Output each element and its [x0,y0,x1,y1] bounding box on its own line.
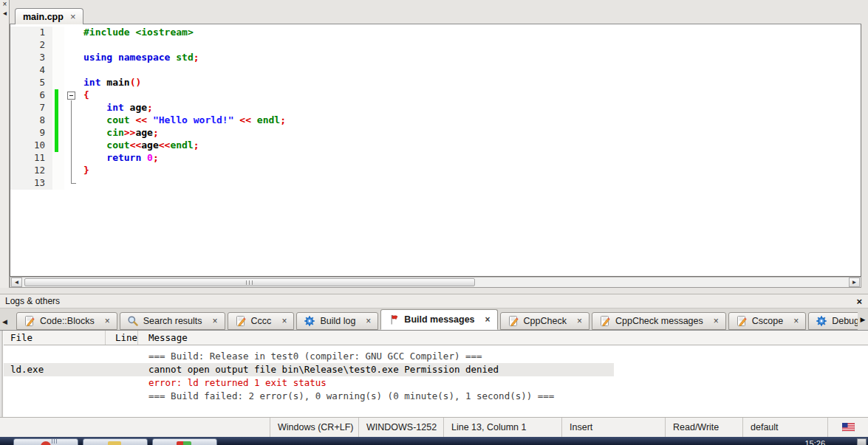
code-token: cout [106,139,129,151]
tab-label: Search results [143,316,202,326]
column-header-file[interactable]: File [4,331,106,345]
panel-close-icon[interactable]: × [0,0,10,9]
show-desktop-button[interactable] [857,438,867,445]
fold-margin[interactable] [64,64,82,77]
gear-icon [816,315,827,327]
logs-tab-cppcheck[interactable]: CppCheck× [500,312,590,330]
code-line[interactable]: cout << "Hello world!" << endl; [82,114,286,127]
logs-tab-cccc[interactable]: Cccc× [228,312,295,330]
fold-margin[interactable] [64,39,82,52]
tab-label: CppCheck messages [615,316,703,326]
taskbar-button[interactable] [83,438,148,445]
build-message-row[interactable]: error: ld returned 1 exit status [4,376,868,390]
code-token: << [239,114,251,125]
fold-line [71,102,72,114]
fold-margin[interactable] [64,52,82,64]
logs-close-icon[interactable]: × [856,296,862,307]
collapsed-management-panel-edge[interactable]: × ◂ [0,0,10,288]
cell-file: ld.exe [4,363,106,376]
column-header-line[interactable]: Line [106,331,138,345]
close-icon[interactable]: × [105,316,110,326]
close-icon[interactable]: × [485,314,491,325]
close-icon[interactable]: × [793,316,799,326]
fold-margin[interactable] [64,114,82,127]
fold-margin[interactable] [64,27,82,39]
fold-margin[interactable] [64,102,82,114]
taskbar-clock[interactable]: 15:26 [804,439,825,445]
logs-tab-search-results[interactable]: Search results× [120,312,225,330]
scrollbar-thumb[interactable] [24,278,475,286]
code-line[interactable]: cout<<age<<endl; [82,139,199,152]
build-message-row[interactable]: === Build failed: 2 error(s), 0 warning(… [4,390,868,403]
column-header-message[interactable]: Message [138,331,868,345]
us-flag-icon[interactable] [827,418,868,437]
flag-icon [388,314,400,325]
fold-margin[interactable] [64,152,82,165]
close-icon[interactable]: × [577,316,582,326]
code-token [83,102,106,113]
fold-margin[interactable] [64,127,82,139]
fold-margin[interactable] [64,77,82,89]
close-icon[interactable]: × [714,316,719,326]
tabs-scroll-right-icon[interactable]: ▶ [858,308,868,330]
close-icon[interactable]: × [70,12,76,21]
logs-tab-cscope[interactable]: Cscope× [728,312,806,330]
code-token: endl [170,139,193,151]
build-message-row[interactable]: === Build: Release in test0 (compiler: G… [4,350,868,363]
code-token [83,139,106,151]
logs-tab-debugger[interactable]: Debugger× [808,312,858,330]
code-line[interactable] [82,177,83,190]
close-icon[interactable]: × [213,316,218,326]
code-token: << [130,139,142,151]
tab-label: main.cpp [23,12,64,22]
code-token: return [106,152,141,163]
status-field-6: default [742,418,827,437]
logs-tab-build-log[interactable]: Build log× [296,312,378,330]
tab-main-cpp[interactable]: main.cpp × [15,8,83,24]
windows-taskbar: 15:26 [0,437,868,445]
code-line[interactable] [82,39,83,52]
code-line[interactable]: int main() [82,77,141,89]
build-message-row[interactable]: ld.execannot open output file bin\Releas… [4,363,868,376]
logs-tab-build-messages[interactable]: Build messages× [380,309,497,330]
taskbar-button[interactable] [13,438,78,445]
logs-tab-code-blocks[interactable]: Code::Blocks× [16,312,117,330]
scroll-left-icon[interactable]: ◄ [11,277,22,287]
code-editor[interactable]: 1#include <iostream>23using namespace st… [10,24,861,277]
scrollbar-grip-icon [246,280,253,285]
code-line[interactable]: int age; [82,102,153,114]
scroll-right-icon[interactable]: ► [849,277,860,287]
code-token: ; [147,102,153,113]
line-number: 11 [10,152,52,165]
code-line[interactable] [82,64,83,77]
fold-margin[interactable] [64,139,82,152]
fold-collapse-icon[interactable] [67,92,75,100]
change-margin [52,139,64,152]
close-icon[interactable]: × [281,316,287,326]
fold-margin[interactable] [64,89,82,102]
panel-collapse-arrow-icon[interactable]: ◂ [0,9,10,18]
changed-line-marker [55,114,58,127]
code-row: 2 [10,39,861,52]
logs-tab-cppcheck-messages[interactable]: CppCheck messages× [592,312,726,330]
editor-horizontal-scrollbar[interactable]: ◄ ► [10,277,861,288]
cell-line [106,390,138,403]
code-line[interactable]: #include <iostream> [82,27,194,39]
code-row: 8 cout << "Hello world!" << endl; [10,114,861,127]
taskbar-button[interactable] [152,438,217,445]
code-line[interactable]: { [82,89,89,102]
code-line[interactable]: } [82,165,89,177]
close-icon[interactable]: × [366,316,371,326]
code-line[interactable]: cin>>age; [82,127,159,139]
line-number: 5 [10,77,52,89]
tab-label: CppCheck [524,316,567,326]
code-line[interactable]: return 0; [82,152,159,165]
fold-margin[interactable] [64,165,82,177]
status-field-5: Read/Write [665,418,742,437]
codeblocks-window: × ◂ main.cpp × 1#include <iostream>23usi… [0,0,868,445]
cell-message: error: ld returned 1 exit status [138,376,868,390]
changed-line-marker [55,127,58,139]
fold-margin[interactable] [64,177,82,190]
tabs-scroll-left-icon[interactable]: ◀ [2,318,7,325]
code-line[interactable]: using namespace std; [82,52,199,64]
